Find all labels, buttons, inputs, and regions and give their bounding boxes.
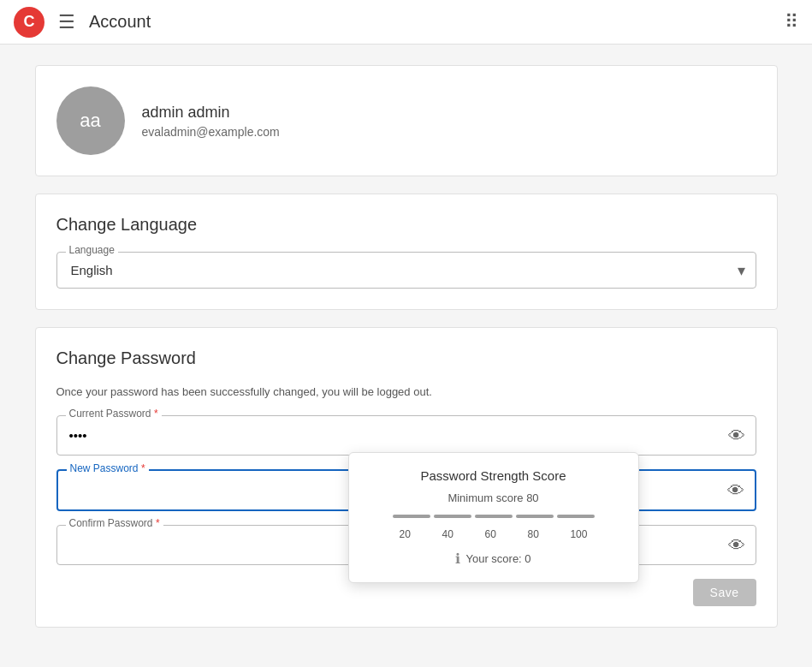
new-password-relative: Password Strength Score Minimum score 80…: [56, 469, 756, 511]
current-password-box: Current Password * 👁: [56, 415, 756, 456]
avatar: aa: [56, 86, 125, 155]
profile-email: evaladmin@example.com: [142, 125, 280, 139]
score-segment-5: [557, 515, 595, 518]
page-content: aa admin admin evaladmin@example.com Cha…: [21, 65, 791, 628]
score-segment-1: [393, 515, 430, 518]
app-logo: C: [14, 7, 44, 38]
topbar: C ☰ Account ⠿: [0, 0, 812, 45]
language-field: Language English Spanish French German ▾: [56, 252, 756, 289]
your-score-text: Your score: 0: [465, 552, 530, 565]
language-section-title: Change Language: [56, 215, 756, 235]
eye-icon-confirm[interactable]: 👁: [728, 535, 745, 555]
score-label-40: 40: [442, 528, 453, 540]
current-password-label: Current Password *: [66, 408, 162, 420]
tooltip-subtitle: Minimum score 80: [370, 491, 618, 504]
eye-icon-current[interactable]: 👁: [728, 426, 745, 445]
score-label-100: 100: [570, 528, 587, 540]
page-title: Account: [89, 12, 771, 32]
score-segment-3: [475, 515, 513, 518]
score-segment-2: [434, 515, 471, 518]
your-score-row: ℹ Your score: 0: [370, 551, 618, 567]
language-select[interactable]: English Spanish French German: [71, 263, 742, 277]
change-password-card: Change Password Once your password has b…: [35, 327, 778, 628]
change-language-card: Change Language Language English Spanish…: [35, 194, 778, 310]
language-field-label: Language: [66, 244, 118, 256]
profile-name: admin admin: [142, 104, 280, 122]
password-strength-tooltip: Password Strength Score Minimum score 80…: [348, 452, 639, 583]
score-label-60: 60: [484, 528, 495, 540]
save-button[interactable]: Save: [693, 579, 756, 606]
score-label-row: 20 40 60 80 100: [400, 528, 588, 540]
eye-icon-new[interactable]: 👁: [727, 480, 744, 500]
score-bar-row: [370, 515, 618, 518]
profile-info: admin admin evaladmin@example.com: [142, 104, 280, 139]
tooltip-title: Password Strength Score: [370, 468, 618, 483]
info-icon: ℹ: [455, 551, 460, 567]
password-section-title: Change Password: [56, 348, 756, 368]
grid-icon[interactable]: ⠿: [785, 11, 798, 33]
menu-icon[interactable]: ☰: [58, 11, 75, 33]
current-password-input[interactable]: [69, 428, 714, 443]
new-password-label: New Password *: [67, 462, 149, 474]
score-label-80: 80: [527, 528, 538, 540]
profile-card: aa admin admin evaladmin@example.com: [35, 65, 778, 176]
password-description: Once your password has been successfully…: [56, 385, 756, 398]
score-label-20: 20: [400, 528, 411, 540]
current-password-wrapper: Current Password * 👁: [56, 415, 756, 456]
score-segment-4: [516, 515, 554, 518]
confirm-password-label: Confirm Password *: [66, 517, 163, 529]
